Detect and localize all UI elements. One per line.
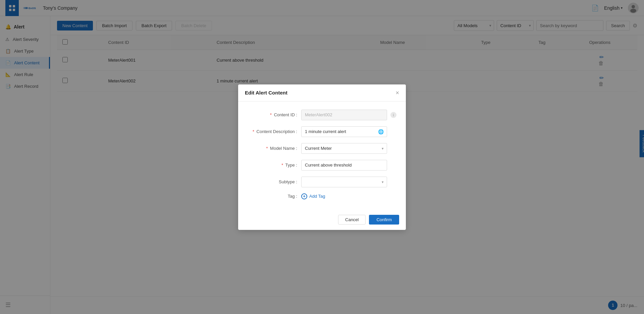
type-label: * Type : [248,163,301,168]
required-marker: * [253,129,254,134]
add-tag-label: Add Tag [309,194,325,199]
required-marker: * [281,163,283,168]
confirm-button[interactable]: Confirm [369,215,399,225]
tag-label: Tag : [248,194,301,199]
model-name-label: * Model Name : [248,146,301,151]
modal-close-button[interactable]: × [395,90,399,96]
edit-alert-content-modal: Edit Alert Content × * Content ID : i [238,84,406,230]
add-tag-button[interactable]: + Add Tag [301,193,325,199]
add-tag-icon: + [301,193,307,199]
subtype-select-wrapper [301,177,387,187]
modal-header: Edit Alert Content × [238,84,406,102]
content-desc-input-wrapper: 🌐 [301,126,387,137]
type-input-wrapper [301,160,387,171]
subtype-select[interactable] [301,177,387,187]
form-row-content-desc: * Content Description : 🌐 [248,126,396,137]
modal-body: * Content ID : i * Content Description : [238,102,406,211]
content-id-input-wrapper [301,110,387,120]
form-row-type: * Type : [248,160,396,171]
content-desc-label: * Content Description : [248,129,301,134]
modal-title: Edit Alert Content [245,90,287,96]
form-row-content-id: * Content ID : i [248,110,396,120]
cancel-button[interactable]: Cancel [338,215,366,225]
model-name-select-wrapper: Current Meter [301,143,387,154]
required-marker: * [270,112,272,117]
type-input[interactable] [301,160,387,171]
translate-icon[interactable]: 🌐 [378,129,384,134]
form-info-content-id: i [387,112,396,118]
content-desc-input[interactable] [301,126,387,137]
form-row-subtype: Subtype : [248,177,396,187]
modal-overlay: Edit Alert Content × * Content ID : i [0,0,644,314]
subtype-label: Subtype : [248,179,301,184]
form-row-model-name: * Model Name : Current Meter [248,143,396,154]
model-name-select[interactable]: Current Meter [301,143,387,154]
content-id-label: * Content ID : [248,112,301,117]
modal-footer: Cancel Confirm [238,211,406,230]
content-id-input[interactable] [301,110,387,120]
info-icon: i [390,112,396,118]
form-row-tag: Tag : + Add Tag [248,193,396,199]
required-marker: * [266,146,268,151]
